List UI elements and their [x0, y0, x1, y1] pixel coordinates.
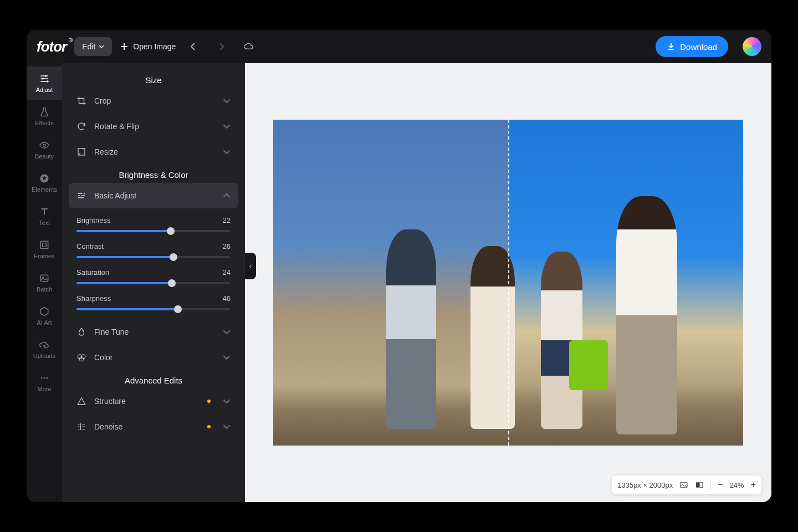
- slider-thumb[interactable]: [170, 253, 177, 261]
- sliders-icon: [39, 73, 50, 84]
- fit-screen-button[interactable]: [679, 480, 688, 489]
- slider-contrast[interactable]: Contrast26: [62, 234, 245, 260]
- redo-button[interactable]: [211, 37, 231, 57]
- image-icon: [679, 480, 688, 489]
- flask-icon: [39, 106, 50, 117]
- chevron-down-icon: [223, 97, 231, 105]
- slider-thumb[interactable]: [168, 279, 176, 287]
- compare-divider[interactable]: [508, 120, 509, 446]
- chevron-down-icon: [223, 148, 231, 156]
- hex-icon: [39, 306, 50, 317]
- slider-sharpness[interactable]: Sharpness46: [62, 287, 245, 313]
- row-label: Color: [94, 353, 112, 362]
- plus-icon: [120, 42, 129, 51]
- crop-icon: [76, 96, 86, 106]
- row-denoise[interactable]: Denoise: [62, 414, 245, 439]
- slider-thumb[interactable]: [174, 305, 182, 313]
- rail-label: Elements: [32, 186, 57, 193]
- canvas-statusbar: 1335px × 2000px − 24% +: [612, 475, 761, 494]
- svg-point-2: [47, 80, 48, 82]
- row-resize[interactable]: Resize: [62, 139, 245, 165]
- edit-dropdown[interactable]: Edit: [74, 37, 112, 56]
- rail-item-batch[interactable]: Batch: [27, 266, 62, 299]
- rail-item-frames[interactable]: Frames: [27, 233, 62, 266]
- slider-saturation[interactable]: Saturation24: [62, 260, 245, 287]
- row-label: Fine Tune: [94, 328, 129, 336]
- slider-value: 46: [223, 294, 231, 303]
- slider-value: 24: [223, 268, 231, 277]
- download-icon: [667, 42, 676, 51]
- image-icon: [39, 273, 50, 284]
- rail-item-elements[interactable]: Elements: [27, 166, 62, 200]
- chevron-down-icon: [223, 328, 231, 336]
- panel-collapse-tab[interactable]: ‹: [245, 253, 256, 279]
- download-button[interactable]: Download: [656, 36, 728, 57]
- row-label: Crop: [94, 96, 111, 105]
- left-rail: Adjust Effects Beauty Elements Text Fram…: [27, 63, 62, 502]
- star-icon: [39, 173, 50, 184]
- svg-point-11: [47, 377, 48, 379]
- zoom-out-button[interactable]: −: [718, 480, 723, 490]
- row-crop[interactable]: Crop: [62, 88, 245, 114]
- rail-label: Text: [39, 219, 50, 226]
- cloud-up-icon: [39, 339, 50, 350]
- chevron-up-icon: [223, 192, 231, 200]
- slider-track[interactable]: [76, 256, 231, 258]
- row-label: Resize: [94, 147, 118, 156]
- rail-item-aiart[interactable]: AI Art: [27, 299, 62, 332]
- row-structure[interactable]: Structure: [62, 388, 245, 414]
- row-label: Rotate & Flip: [94, 122, 139, 131]
- svg-point-10: [44, 377, 45, 379]
- svg-point-0: [45, 75, 47, 76]
- image-dimensions: 1335px × 2000px: [617, 481, 673, 489]
- open-image-button[interactable]: Open Image: [120, 42, 176, 51]
- avatar[interactable]: [743, 37, 761, 56]
- compare-icon: [695, 480, 704, 489]
- chevron-down-icon: [223, 423, 231, 431]
- rail-item-beauty[interactable]: Beauty: [27, 133, 62, 166]
- logo: fotor®: [37, 38, 66, 55]
- text-icon: [39, 206, 50, 217]
- slider-brightness[interactable]: Brightness22: [62, 208, 245, 234]
- undo-button[interactable]: [183, 37, 203, 57]
- rail-label: More: [37, 386, 51, 392]
- row-basic-adjust[interactable]: Basic Adjust: [69, 183, 238, 208]
- adjust-panel: Size Crop Rotate & Flip Resize Brightnes…: [62, 63, 245, 502]
- zoom-in-button[interactable]: +: [751, 480, 756, 490]
- slider-label: Brightness: [76, 216, 110, 224]
- row-label: Denoise: [94, 422, 122, 431]
- slider-track[interactable]: [76, 282, 231, 284]
- rail-label: AI Art: [37, 319, 52, 326]
- rail-item-more[interactable]: More: [27, 366, 62, 399]
- rail-label: Uploads: [33, 352, 55, 359]
- drop-icon: [76, 327, 86, 337]
- svg-rect-17: [696, 482, 699, 487]
- slider-track[interactable]: [76, 230, 231, 232]
- cloud-sync-button[interactable]: [239, 37, 259, 57]
- figure-bag: [569, 340, 608, 390]
- zoom-level: 24%: [730, 481, 744, 489]
- rail-item-effects[interactable]: Effects: [27, 100, 62, 133]
- rail-label: Frames: [34, 253, 54, 259]
- premium-badge: [207, 425, 211, 428]
- rail-item-text[interactable]: Text: [27, 200, 62, 233]
- compare-button[interactable]: [695, 480, 704, 489]
- premium-badge: [207, 400, 211, 403]
- row-fine-tune[interactable]: Fine Tune: [62, 319, 245, 345]
- image-canvas[interactable]: [273, 120, 743, 446]
- resize-icon: [76, 147, 86, 157]
- slider-thumb[interactable]: [167, 227, 175, 235]
- slider-track[interactable]: [76, 308, 231, 310]
- row-rotate[interactable]: Rotate & Flip: [62, 114, 245, 139]
- palette-icon: [76, 352, 86, 362]
- sliders-icon: [76, 191, 86, 201]
- rail-item-uploads[interactable]: Uploads: [27, 332, 62, 366]
- denoise-icon: [76, 422, 86, 432]
- figure-1: [386, 229, 436, 429]
- row-color[interactable]: Color: [62, 345, 245, 370]
- rail-label: Beauty: [35, 153, 54, 160]
- section-title-adv: Advanced Edits: [62, 370, 245, 388]
- canvas-area: 1335px × 2000px − 24% +: [245, 63, 771, 502]
- rail-item-adjust[interactable]: Adjust: [27, 66, 62, 100]
- body: Adjust Effects Beauty Elements Text Fram…: [27, 63, 771, 502]
